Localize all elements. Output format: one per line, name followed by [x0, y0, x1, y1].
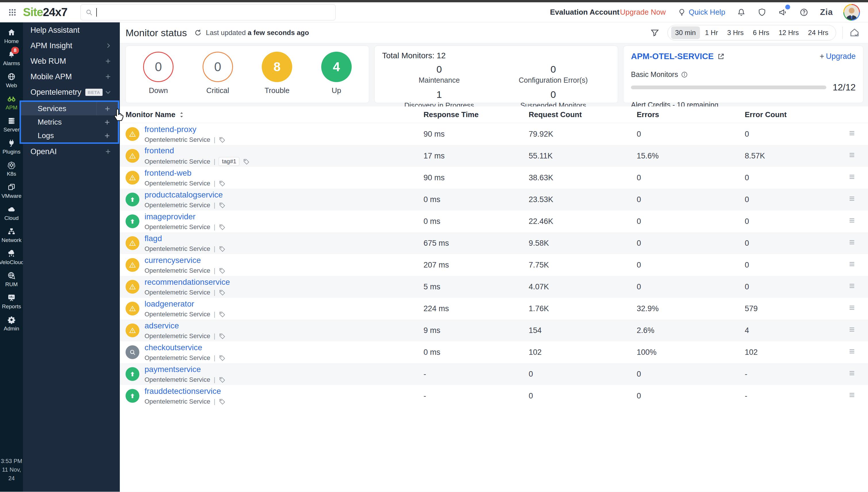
column-header-monitor-name[interactable]: Monitor Name	[125, 110, 423, 119]
add-monitor-plus-button[interactable]	[97, 102, 118, 115]
sidebar-item-web[interactable]: Web	[0, 70, 23, 92]
row-menu-button[interactable]	[848, 217, 868, 226]
sidebar-item-home[interactable]: Home	[0, 25, 23, 47]
global-search[interactable]	[80, 4, 335, 20]
row-menu-button[interactable]	[848, 151, 868, 161]
sidebar-item-alarms[interactable]: 8Alarms	[0, 47, 23, 70]
row-menu-button[interactable]	[848, 347, 868, 358]
sort-arrows-icon[interactable]	[179, 112, 185, 118]
monitor-name-link[interactable]: paymentservice	[144, 365, 201, 374]
tag-icon[interactable]	[219, 202, 226, 209]
row-menu-button[interactable]	[848, 129, 868, 139]
time-range-3-hrs[interactable]: 3 Hrs	[723, 26, 748, 39]
info-icon[interactable]	[681, 71, 688, 78]
tag-icon[interactable]	[243, 158, 250, 165]
plus-icon[interactable]	[104, 148, 112, 155]
status-count-circle[interactable]: 4	[321, 52, 352, 82]
tag-icon[interactable]	[219, 311, 226, 318]
submenu-item-logs[interactable]: Logs	[21, 129, 118, 142]
column-header-response-time[interactable]: Response Time	[423, 110, 529, 119]
row-menu-button[interactable]	[848, 173, 868, 183]
refresh-icon[interactable]	[194, 29, 202, 37]
monitor-name-link[interactable]: adservice	[144, 321, 179, 331]
monitor-name-link[interactable]: frauddetectionservice	[144, 386, 221, 396]
time-range-30-min[interactable]: 30 min	[671, 26, 700, 39]
submenu-item-mobile-apm[interactable]: Mobile APM	[23, 69, 120, 84]
status-count-circle[interactable]: 8	[262, 52, 292, 82]
submenu-item-web-rum[interactable]: Web RUM	[23, 53, 120, 69]
sidebar-item-rum[interactable]: RUM	[0, 268, 23, 291]
tag-icon[interactable]	[219, 224, 226, 230]
sidebar-item-k8s[interactable]: K8s	[0, 158, 23, 180]
row-menu-button[interactable]	[848, 391, 868, 401]
monitor-name-link[interactable]: flagd	[144, 233, 162, 243]
announcements-megaphone-icon[interactable]	[778, 7, 788, 17]
monitor-name-link[interactable]: imageprovider	[144, 212, 195, 222]
shield-icon[interactable]	[757, 8, 767, 17]
row-menu-button[interactable]	[848, 238, 868, 248]
monitor-name-link[interactable]: frontend-proxy	[144, 125, 196, 134]
time-range-1-hr[interactable]: 1 Hr	[701, 26, 722, 39]
status-count-circle[interactable]: 0	[143, 52, 173, 82]
notifications-bell-icon[interactable]	[737, 8, 746, 17]
column-header-errors[interactable]: Errors	[637, 110, 745, 119]
monitor-name-link[interactable]: frontend	[144, 146, 174, 155]
tag-icon[interactable]	[219, 376, 226, 383]
zia-icon[interactable]: Zia	[820, 7, 833, 17]
row-menu-button[interactable]	[848, 260, 868, 270]
sidebar-item-vmware[interactable]: VMware	[0, 180, 23, 202]
status-count-circle[interactable]: 0	[203, 52, 233, 82]
row-menu-button[interactable]	[848, 325, 868, 336]
submenu-item-apm-insight[interactable]: APM Insight	[23, 38, 120, 53]
tag-icon[interactable]	[219, 354, 226, 361]
sidebar-item-admin[interactable]: Admin	[0, 313, 23, 335]
apps-grid-icon[interactable]	[8, 8, 17, 17]
monitor-name-link[interactable]: productcatalogservice	[144, 190, 223, 200]
time-range-6-hrs[interactable]: 6 Hrs	[749, 26, 773, 39]
monitor-name-link[interactable]: currencyservice	[144, 255, 201, 265]
sidebar-item-network[interactable]: Network	[0, 224, 23, 246]
tag-icon[interactable]	[219, 289, 226, 296]
row-menu-button[interactable]	[848, 369, 868, 379]
tag-badge[interactable]: tag#1	[219, 157, 239, 166]
tag-icon[interactable]	[219, 245, 226, 252]
submenu-item-services[interactable]: Services	[21, 102, 118, 115]
home-check-icon[interactable]	[849, 27, 860, 38]
sidebar-item-cloud[interactable]: Cloud	[0, 202, 23, 224]
avatar[interactable]	[843, 4, 860, 21]
add-monitor-plus-button[interactable]	[97, 115, 118, 129]
row-menu-button[interactable]	[848, 304, 868, 314]
tag-icon[interactable]	[219, 267, 226, 274]
submenu-item-metrics[interactable]: Metrics	[21, 115, 118, 129]
add-monitor-plus-button[interactable]	[97, 129, 118, 142]
tag-icon[interactable]	[219, 398, 226, 405]
row-menu-button[interactable]	[848, 195, 868, 205]
upgrade-button[interactable]: +Upgrade	[820, 52, 855, 61]
help-circle-icon[interactable]	[799, 8, 808, 17]
monitor-name-link[interactable]: checkoutservice	[144, 343, 202, 352]
plus-icon[interactable]	[104, 73, 112, 80]
tag-icon[interactable]	[219, 137, 226, 143]
submenu-item-openai[interactable]: OpenAI	[23, 144, 120, 159]
submenu-item-opentelemetry[interactable]: OpentelemetryBETA	[23, 84, 120, 100]
submenu-item-help-assistant[interactable]: Help Assistant	[23, 22, 120, 38]
monitor-name-link[interactable]: recommendationservice	[144, 277, 230, 287]
tag-icon[interactable]	[219, 333, 226, 340]
plus-icon[interactable]	[104, 57, 112, 65]
site24x7-logo[interactable]: Site24x7	[23, 6, 67, 19]
tag-icon[interactable]	[219, 180, 226, 187]
sidebar-item-reports[interactable]: Reports	[0, 291, 23, 313]
row-menu-button[interactable]	[848, 282, 868, 292]
upgrade-now-link[interactable]: Upgrade Now	[620, 8, 666, 17]
monitor-name-link[interactable]: loadgenerator	[144, 299, 194, 309]
service-link[interactable]: APM-OTEL-SERVICE	[631, 52, 725, 61]
sidebar-item-velocloud[interactable]: VeloCloud	[0, 246, 23, 268]
quick-help-button[interactable]: Quick Help	[678, 8, 725, 17]
search-input[interactable]	[100, 8, 331, 17]
column-header-request-count[interactable]: Request Count	[529, 110, 637, 119]
time-range-24-hrs[interactable]: 24 Hrs	[804, 26, 832, 39]
monitor-name-link[interactable]: frontend-web	[144, 168, 191, 178]
column-header-error-count[interactable]: Error Count	[745, 110, 845, 119]
filter-icon[interactable]	[650, 28, 659, 37]
time-range-12-hrs[interactable]: 12 Hrs	[775, 26, 803, 39]
